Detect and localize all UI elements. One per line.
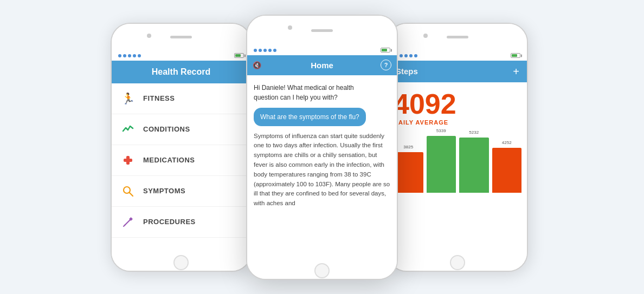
medications-label: MEDICATIONS (143, 156, 195, 164)
status-bar-right (388, 51, 527, 61)
svg-line-3 (130, 192, 133, 196)
battery-right (511, 53, 520, 58)
symptoms-label: SYMPTOMS (143, 187, 185, 195)
bar-chart: 3825 5339 5232 (394, 133, 521, 204)
speaker-right (447, 36, 468, 38)
camera-center (288, 25, 292, 30)
phone-left: Health Record 🏃 FITNESS CONDITIONS (111, 23, 252, 272)
svg-rect-1 (124, 159, 132, 162)
procedures-icon (120, 214, 136, 230)
menu-item-conditions[interactable]: CONDITIONS (112, 114, 250, 145)
phone-top-left (112, 24, 250, 51)
mute-icon[interactable]: 🔇 (253, 61, 261, 69)
screen-center: 🔇 Home ? Hi Daniele! What medical or hea… (247, 55, 397, 263)
fitness-icon: 🏃 (120, 91, 136, 106)
home-bar-center (247, 263, 397, 279)
screen-right: Steps + 4092 DAILY AVERAGE 3825 (388, 61, 527, 254)
user-message: What are the symptoms of the flu? (254, 108, 366, 126)
bar-group-1: 3825 (394, 152, 423, 193)
phone-top-center (247, 16, 397, 45)
status-bar-center (247, 45, 397, 55)
system-message: Hi Daniele! What medical or health quest… (254, 83, 377, 102)
question-icon[interactable]: ? (381, 60, 391, 70)
symptoms-icon (120, 184, 136, 199)
phones-container: Health Record 🏃 FITNESS CONDITIONS (78, 9, 566, 285)
steps-label: DAILY AVERAGE (394, 119, 521, 126)
home-bar-right (388, 254, 527, 271)
steps-count: 4092 (394, 90, 521, 118)
menu-item-symptoms[interactable]: SYMPTOMS (112, 176, 250, 207)
bar-value-3: 5232 (469, 130, 479, 135)
fitness-label: FITNESS (143, 94, 175, 102)
bar-2: 5339 (427, 136, 456, 193)
home-button-left[interactable] (173, 255, 189, 270)
chat-header-title: Home (311, 61, 333, 70)
steps-content: 4092 DAILY AVERAGE 3825 5339 (388, 82, 527, 254)
chat-body: Hi Daniele! What medical or health quest… (247, 75, 397, 263)
status-bar-left (112, 51, 250, 61)
camera-left (147, 34, 151, 38)
signal-dots-center (254, 49, 276, 52)
phone-right: Steps + 4092 DAILY AVERAGE 3825 (387, 23, 528, 272)
health-record-title: Health Record (152, 67, 210, 76)
svg-line-6 (124, 225, 125, 226)
home-button-center[interactable] (314, 263, 330, 278)
bar-3: 5232 (459, 138, 489, 193)
menu-item-procedures[interactable]: PROCEDURES (112, 207, 250, 238)
conditions-icon (120, 122, 136, 137)
bar-value-4: 4252 (502, 140, 512, 145)
home-button-right[interactable] (450, 255, 465, 270)
bar-value-1: 3825 (403, 145, 413, 149)
menu-list: 🏃 FITNESS CONDITIONS (112, 83, 250, 254)
camera-right (423, 34, 428, 38)
menu-item-fitness[interactable]: 🏃 FITNESS (112, 83, 250, 114)
bar-group-3: 5232 (459, 138, 489, 193)
steps-header: Steps + (388, 61, 527, 82)
bar-group-4: 4252 (492, 148, 522, 193)
bar-value-2: 5339 (436, 128, 446, 133)
battery-left (234, 53, 244, 58)
bar-group-2: 5339 (427, 136, 456, 193)
speaker-left (170, 36, 192, 38)
battery-center (381, 48, 390, 53)
phone-top-right (388, 24, 527, 51)
add-step-button[interactable]: + (513, 66, 519, 77)
procedures-label: PROCEDURES (143, 218, 196, 226)
answer-message: Symptoms of influenza can start quite su… (254, 132, 390, 209)
steps-title: Steps (396, 67, 418, 76)
chat-header: 🔇 Home ? (247, 55, 397, 75)
home-bar-left (112, 254, 250, 271)
speaker-center (311, 29, 333, 32)
medications-icon (120, 153, 136, 168)
screen-left: Health Record 🏃 FITNESS CONDITIONS (112, 61, 250, 254)
bar-1: 3825 (394, 152, 423, 193)
bar-4: 4252 (492, 148, 522, 193)
signal-dots (118, 54, 141, 57)
phone-center: 🔇 Home ? Hi Daniele! What medical or hea… (246, 15, 398, 280)
signal-dots-right (395, 54, 417, 57)
health-record-header: Health Record (112, 61, 250, 83)
menu-item-medications[interactable]: MEDICATIONS (112, 145, 250, 176)
conditions-label: CONDITIONS (143, 125, 190, 133)
